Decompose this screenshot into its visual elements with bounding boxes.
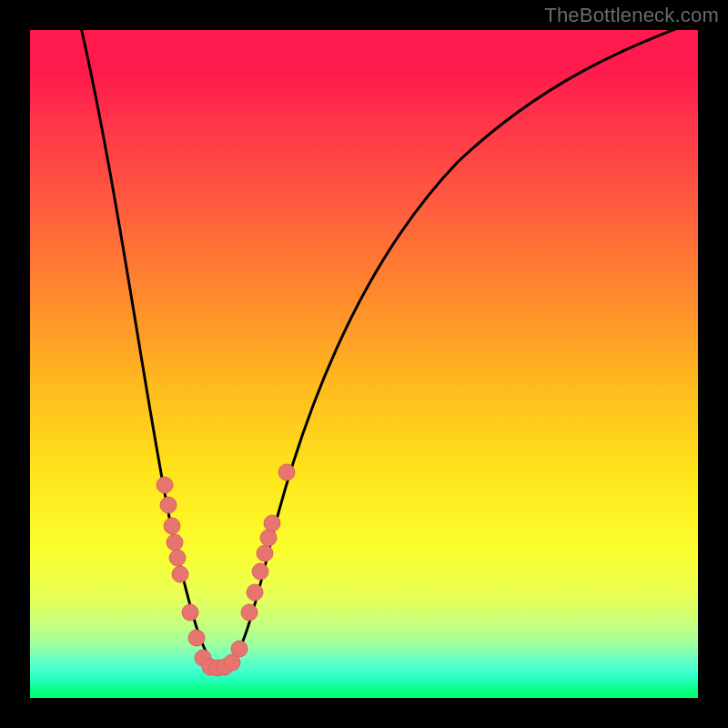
data-marker <box>188 630 205 646</box>
data-marker <box>182 604 198 621</box>
data-marker <box>278 464 295 480</box>
data-marker <box>231 641 248 657</box>
watermark-text: TheBottleneck.com <box>544 4 719 27</box>
data-marker <box>160 497 177 513</box>
data-marker <box>260 530 277 546</box>
data-marker <box>164 518 180 534</box>
bottleneck-chart <box>30 30 698 698</box>
data-marker <box>264 515 280 531</box>
data-marker <box>167 534 183 551</box>
bottleneck-curve <box>77 30 698 667</box>
data-marker <box>247 584 263 601</box>
data-marker <box>241 604 258 621</box>
marker-group <box>157 464 295 676</box>
data-marker <box>157 477 173 493</box>
data-marker <box>172 566 188 582</box>
plot-frame <box>30 30 698 698</box>
data-marker <box>169 550 186 566</box>
data-marker <box>257 545 273 561</box>
data-marker <box>252 563 268 580</box>
